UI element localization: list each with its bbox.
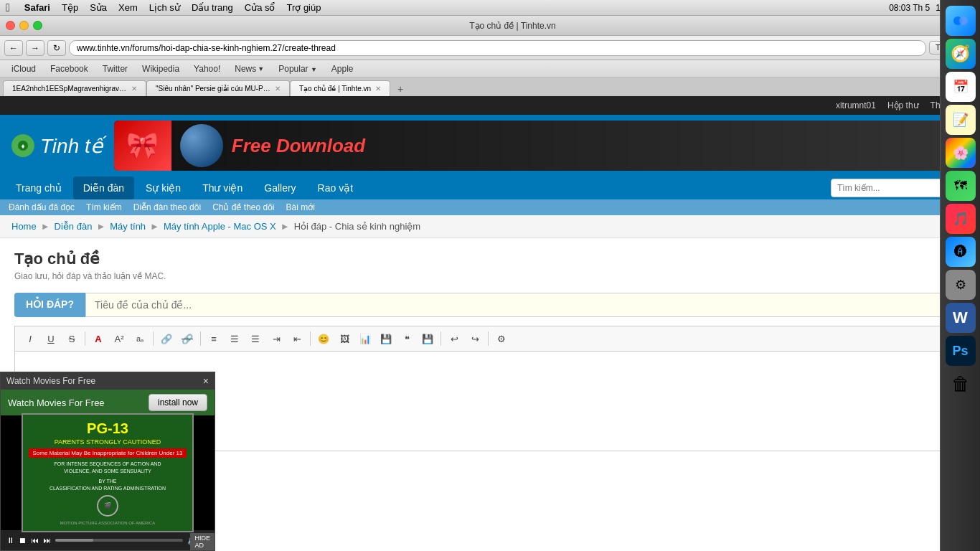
- toolbar-code[interactable]: 💾: [418, 329, 437, 348]
- toolbar-quote[interactable]: ❝: [397, 329, 416, 348]
- minimize-button[interactable]: [19, 21, 29, 30]
- nav-ads[interactable]: Rao vặt: [308, 176, 363, 199]
- toolbar-subscript[interactable]: aₐ: [131, 329, 149, 348]
- menu-safari[interactable]: Safari: [24, 2, 50, 13]
- dock-safari[interactable]: 🧭: [946, 39, 976, 69]
- dock-photos[interactable]: 🌸: [946, 138, 976, 168]
- toolbar-strikethrough[interactable]: S: [62, 329, 81, 348]
- toolbar-spoiler[interactable]: 💾: [377, 329, 395, 348]
- nav-gallery[interactable]: Gallery: [254, 176, 306, 199]
- tab-close-3[interactable]: ✕: [375, 85, 381, 93]
- toolbar-list-unordered[interactable]: ☰: [225, 329, 244, 348]
- toolbar-link[interactable]: 🔗: [157, 329, 176, 348]
- toolbar-superscript[interactable]: A²: [110, 329, 128, 348]
- ad-progress-fill: [55, 539, 93, 542]
- menu-help[interactable]: Trợ giúp: [286, 2, 321, 13]
- bookmark-yahoo[interactable]: Yahoo!: [188, 62, 226, 75]
- breadcrumb-forum[interactable]: Diễn đàn: [55, 221, 93, 232]
- toolbar-font-color[interactable]: A: [89, 329, 108, 348]
- ad-play-button[interactable]: ⏸: [6, 536, 14, 545]
- toolbar-emoji[interactable]: 😊: [314, 329, 333, 348]
- bookmark-icloud[interactable]: iCloud: [6, 62, 42, 75]
- toolbar-outdent[interactable]: ⇤: [288, 329, 306, 348]
- tab-2[interactable]: "Siêu nhân" Persie giải cứu MU-Persie |B…: [146, 80, 290, 96]
- toolbar-indent[interactable]: ⇥: [267, 329, 286, 348]
- toolbar-media[interactable]: 📊: [356, 329, 374, 348]
- toolbar-align[interactable]: ≡: [204, 329, 223, 348]
- breadcrumb-mac[interactable]: Máy tính Apple - Mac OS X: [164, 221, 276, 232]
- thread-type-badge[interactable]: HỎI ĐÁP?: [14, 293, 85, 317]
- bookmark-twitter[interactable]: Twitter: [97, 62, 133, 75]
- ad-progress-bar[interactable]: [55, 539, 183, 542]
- bookmark-news[interactable]: News ▼: [229, 62, 270, 75]
- ad-forward-button[interactable]: ⏭: [43, 536, 51, 545]
- ad-hide-button[interactable]: HIDE AD: [190, 533, 215, 550]
- subnav-new-posts[interactable]: Bài mới: [286, 202, 315, 212]
- toolbar-image[interactable]: 🖼: [335, 329, 354, 348]
- nav-library[interactable]: Thư viện: [192, 176, 253, 199]
- clock: 08:03 Th 5: [889, 3, 930, 13]
- toolbar-unlink[interactable]: 🔗: [178, 329, 197, 348]
- dock-photoshop[interactable]: Ps: [946, 336, 976, 366]
- dock-sysprefs[interactable]: ⚙: [946, 270, 976, 300]
- menu-window[interactable]: Cửa sổ: [245, 2, 275, 13]
- tab-3[interactable]: Tạo chủ đề | Tinhte.vn ✕: [290, 80, 390, 96]
- toolbar-italic[interactable]: I: [21, 329, 39, 348]
- dock-appstore[interactable]: 🅐: [946, 237, 976, 267]
- forward-button[interactable]: →: [26, 40, 44, 56]
- dock-finder[interactable]: [946, 6, 976, 36]
- toolbar-underline[interactable]: U: [42, 329, 60, 348]
- user-link[interactable]: xitrumnt01: [836, 100, 876, 110]
- ad-install-button[interactable]: install now: [149, 394, 207, 411]
- breadcrumb-home[interactable]: Home: [11, 221, 37, 232]
- menu-edit[interactable]: Sửa: [90, 2, 107, 13]
- dock-reminders[interactable]: 📝: [946, 105, 976, 135]
- dock-word[interactable]: W: [946, 303, 976, 333]
- toolbar-more[interactable]: ⚙: [492, 329, 511, 348]
- thread-title-input[interactable]: [85, 293, 966, 317]
- nav-home[interactable]: Trang chủ: [6, 176, 72, 199]
- subnav-followed-forums[interactable]: Diễn đàn theo dõi: [133, 202, 201, 212]
- toolbar-undo[interactable]: ↩: [445, 329, 463, 348]
- new-tab-button[interactable]: +: [393, 82, 407, 96]
- ad-stop-button[interactable]: ⏹: [19, 536, 27, 545]
- tab-close-2[interactable]: ✕: [275, 85, 281, 93]
- close-button[interactable]: [6, 21, 15, 30]
- bookmark-wikipedia[interactable]: Wikipedia: [136, 62, 185, 75]
- back-button[interactable]: ←: [4, 40, 23, 56]
- menu-history[interactable]: Lịch sử: [149, 2, 180, 13]
- dock: 🧭 📅 📝 🌸 🗺 🎵 🅐 ⚙ W Ps 🗑: [940, 0, 980, 551]
- menu-bookmarks[interactable]: Dấu trang: [192, 2, 233, 13]
- subnav-mark-read[interactable]: Đánh dấu đã đọc: [9, 202, 75, 212]
- ad-rewind-button[interactable]: ⏮: [31, 536, 39, 545]
- bookmark-facebook[interactable]: Facebook: [44, 62, 94, 75]
- menu-view[interactable]: Xem: [118, 2, 138, 13]
- bookmark-popular[interactable]: Popular ▼: [273, 62, 323, 75]
- tab-1[interactable]: 1EA2nhch1EESpMagravenhigravenh2014-03-20…: [3, 80, 146, 96]
- tab-close-1[interactable]: ✕: [131, 85, 137, 93]
- dock-trash[interactable]: 🗑: [946, 369, 976, 399]
- bookmark-apple[interactable]: Apple: [326, 62, 359, 75]
- apple-menu[interactable]: : [6, 1, 10, 14]
- dock-music[interactable]: 🎵: [946, 204, 976, 234]
- dock-calendar[interactable]: 📅: [946, 72, 976, 102]
- toolbar-list-ordered[interactable]: ☰: [246, 329, 265, 348]
- inbox-link[interactable]: Hộp thư: [887, 100, 919, 110]
- maximize-button[interactable]: [33, 21, 42, 30]
- dock-maps[interactable]: 🗺: [946, 171, 976, 201]
- refresh-button[interactable]: ↻: [47, 40, 66, 56]
- nav-events[interactable]: Sự kiện: [136, 176, 191, 199]
- url-bar[interactable]: [69, 40, 926, 56]
- subnav-followed-threads[interactable]: Chủ đề theo dõi: [212, 202, 274, 212]
- menu-file[interactable]: Tệp: [62, 2, 78, 13]
- breadcrumb-sep-4: ►: [281, 221, 290, 232]
- banner-ad[interactable]: 🎀 Free Download: [114, 121, 969, 171]
- ad-close-button[interactable]: ×: [203, 375, 209, 387]
- nav-forum[interactable]: Diễn đàn: [73, 176, 134, 199]
- subnav-search[interactable]: Tìm kiếm: [86, 202, 122, 212]
- site-logo[interactable]: ♦ Tinh tế: [11, 134, 103, 158]
- tabs-bar: 1EA2nhch1EESpMagravenhigravenh2014-03-20…: [0, 77, 980, 96]
- breadcrumb-computers[interactable]: Máy tính: [110, 221, 146, 232]
- main-header: ♦ Tinh tế 🎀 Free Download: [0, 115, 980, 176]
- toolbar-redo[interactable]: ↪: [466, 329, 484, 348]
